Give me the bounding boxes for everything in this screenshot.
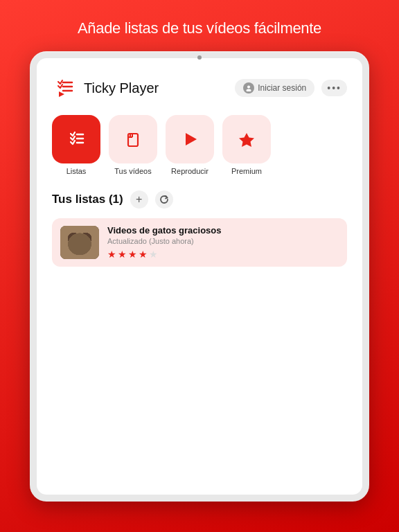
star-3: ★: [128, 249, 137, 260]
list-name: Videos de gatos graciosos: [107, 225, 339, 236]
section-title: Tus listas (1): [52, 193, 123, 206]
header-right: Iniciar sesión •••: [235, 79, 347, 97]
star-5: ★: [149, 249, 158, 260]
list-updated: Actualizado (Justo ahora): [107, 237, 339, 245]
nav-icon-listas: [52, 115, 100, 163]
star-rating: ★ ★ ★ ★ ★: [107, 249, 339, 260]
app-content: Ticky Player Iniciar sesión: [37, 58, 362, 495]
logo-bold: Ticky: [84, 80, 116, 96]
svg-point-18: [69, 229, 91, 248]
svg-line-31: [67, 247, 76, 247]
section-header: Tus listas (1) +: [52, 190, 347, 209]
svg-marker-14: [186, 133, 197, 145]
nav-item-tusvideo[interactable]: Tus vídeos: [109, 115, 157, 175]
svg-marker-29: [78, 245, 81, 246]
svg-rect-16: [60, 226, 99, 259]
star-2: ★: [118, 249, 127, 260]
svg-marker-15: [239, 133, 254, 147]
svg-line-30: [67, 245, 76, 246]
star-1: ★: [107, 249, 116, 260]
add-list-button[interactable]: +: [130, 190, 148, 209]
nav-item-reproducir[interactable]: Reproducir: [166, 115, 214, 175]
svg-point-24: [82, 236, 87, 243]
app-header: Ticky Player Iniciar sesión: [52, 75, 347, 101]
user-icon: [243, 82, 254, 94]
svg-line-33: [84, 247, 92, 247]
star-4: ★: [139, 249, 148, 260]
cat-thumbnail-image: [60, 226, 99, 259]
nav-icons: Listas Tus ví: [52, 115, 347, 175]
nav-icon-reproducir: [166, 115, 214, 163]
svg-point-26: [83, 237, 86, 242]
list-info: Videos de gatos graciosos Actualizado (J…: [107, 225, 339, 260]
refresh-button[interactable]: [155, 190, 173, 209]
svg-rect-0: [52, 75, 78, 101]
svg-point-17: [66, 234, 94, 259]
svg-marker-21: [69, 230, 73, 235]
login-button[interactable]: Iniciar sesión: [235, 79, 314, 97]
svg-point-25: [73, 237, 76, 242]
nav-item-listas[interactable]: Listas: [52, 115, 100, 175]
nav-icon-tusvideos: [109, 115, 157, 163]
nav-icon-premium: [222, 115, 271, 163]
svg-point-28: [85, 238, 86, 239]
logo-area: Ticky Player: [52, 75, 159, 101]
logo-light: Player: [116, 80, 159, 96]
list-item[interactable]: Videos de gatos graciosos Actualizado (J…: [52, 218, 347, 267]
nav-item-premium[interactable]: Premium: [222, 115, 271, 175]
tablet-device: Ticky Player Iniciar sesión: [30, 51, 369, 502]
nav-label-premium: Premium: [231, 167, 262, 175]
svg-point-23: [72, 236, 78, 243]
svg-marker-20: [85, 229, 92, 236]
svg-line-32: [84, 245, 92, 246]
tablet-screen: Ticky Player Iniciar sesión: [37, 58, 362, 495]
camera-dot: [197, 55, 202, 60]
nav-label-tusvideos: Tus vídeos: [114, 167, 151, 175]
nav-label-listas: Listas: [66, 167, 87, 175]
app-logo-icon: [52, 75, 78, 101]
tablet-wrapper: Ticky Player Iniciar sesión: [30, 51, 369, 532]
nav-label-reproducir: Reproducir: [171, 167, 209, 175]
svg-marker-22: [86, 230, 91, 235]
svg-point-6: [247, 89, 251, 92]
more-button[interactable]: •••: [321, 80, 347, 96]
svg-point-27: [75, 238, 76, 239]
logo-text: Ticky Player: [84, 80, 159, 96]
svg-point-5: [247, 86, 250, 89]
svg-marker-19: [67, 229, 74, 236]
page-tagline: Añade listas de tus vídeos fácilmente: [64, 0, 335, 51]
login-label: Iniciar sesión: [258, 83, 306, 93]
list-thumbnail: [60, 226, 99, 259]
